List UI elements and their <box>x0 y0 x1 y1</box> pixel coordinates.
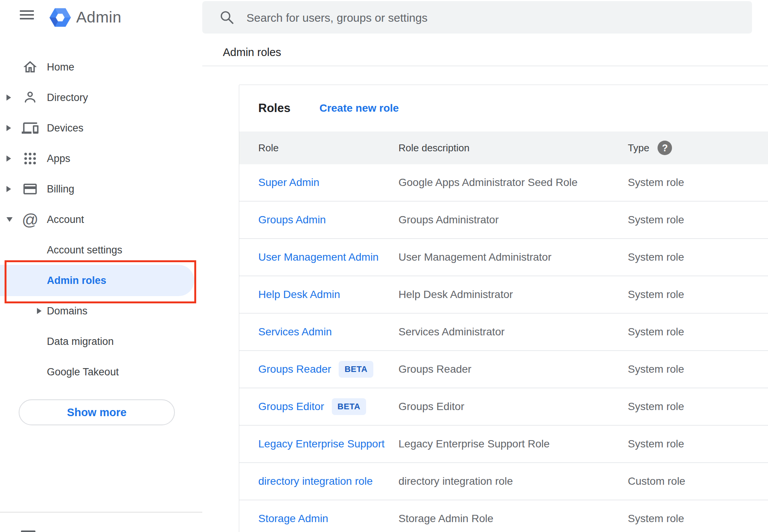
role-link[interactable]: Storage Admin <box>258 513 328 525</box>
search-bar <box>202 1 752 34</box>
role-type-cell: Custom role <box>628 463 685 500</box>
create-new-role-link[interactable]: Create new role <box>319 102 399 114</box>
sidebar-header: Admin <box>0 0 202 38</box>
role-type-cell: System role <box>628 500 684 532</box>
sidebar-item-devices[interactable]: Devices <box>0 113 202 143</box>
sidebar-item-home[interactable]: Home <box>0 52 202 82</box>
column-header-type: Type ? <box>628 131 672 164</box>
apps-icon <box>21 150 39 167</box>
sidebar-item-account-settings[interactable]: Account settings <box>0 235 202 265</box>
sidebar: Admin Home Directory Devices Apps Billin… <box>0 0 202 532</box>
help-question-icon[interactable]: ? <box>658 141 672 155</box>
table-row: Help Desk Admin Help Desk Administrator … <box>239 276 768 314</box>
table-body: Super Admin Google Apps Administrator Se… <box>239 164 768 532</box>
role-type-cell: System role <box>628 276 684 313</box>
role-type-cell: System role <box>628 164 684 201</box>
header-divider <box>202 66 768 66</box>
table-row: Storage Admin Storage Admin Role System … <box>239 500 768 532</box>
person-icon <box>21 89 39 106</box>
search-input[interactable] <box>246 1 735 34</box>
table-row: User Management Admin User Management Ad… <box>239 239 768 276</box>
sidebar-nav: Home Directory Devices Apps Billing @ Ac… <box>0 52 202 387</box>
at-icon: @ <box>21 211 39 228</box>
role-description-cell: Groups Reader <box>398 351 471 388</box>
beta-badge: BETA <box>332 398 366 415</box>
admin-logo-icon <box>49 7 72 28</box>
beta-badge: BETA <box>339 361 373 378</box>
role-type-cell: System role <box>628 202 684 238</box>
table-row: Groups Admin Groups Administrator System… <box>239 202 768 239</box>
role-link[interactable]: Services Admin <box>258 326 332 338</box>
roles-panel-header: Roles Create new role <box>239 85 768 131</box>
cut-off-bottom-icon <box>21 530 35 532</box>
role-link[interactable]: Groups Reader <box>258 363 331 375</box>
hamburger-menu-icon[interactable] <box>20 10 34 21</box>
sidebar-item-apps[interactable]: Apps <box>0 143 202 174</box>
roles-panel: Roles Create new role Role Role descript… <box>239 85 768 532</box>
table-row: Groups Reader BETA Groups Reader System … <box>239 351 768 388</box>
card-icon <box>21 180 39 198</box>
search-icon <box>219 10 235 27</box>
sidebar-item-google-takeout[interactable]: Google Takeout <box>0 357 202 387</box>
show-more-button[interactable]: Show more <box>19 399 175 425</box>
sidebar-item-account[interactable]: @ Account <box>0 204 202 235</box>
role-type-cell: System role <box>628 426 684 462</box>
chevron-down-icon[interactable] <box>6 217 13 222</box>
role-link[interactable]: Groups Admin <box>258 214 326 226</box>
chevron-right-icon[interactable] <box>37 308 42 314</box>
role-description-cell: Storage Admin Role <box>398 500 493 532</box>
table-header-row: Role Role description Type ? <box>239 131 768 164</box>
role-link[interactable]: Help Desk Admin <box>258 288 340 301</box>
role-description-cell: Legacy Enterprise Support Role <box>398 426 550 462</box>
role-description-cell: Services Administrator <box>398 314 505 350</box>
role-link[interactable]: Groups Editor <box>258 401 324 413</box>
role-description-cell: directory integration role <box>398 463 513 500</box>
role-link[interactable]: Super Admin <box>258 176 319 189</box>
table-row: Groups Editor BETA Groups Editor System … <box>239 388 768 426</box>
role-type-cell: System role <box>628 314 684 350</box>
role-type-cell: System role <box>628 239 684 276</box>
role-description-cell: Groups Administrator <box>398 202 499 238</box>
table-row: Super Admin Google Apps Administrator Se… <box>239 164 768 202</box>
role-link[interactable]: directory integration role <box>258 475 373 487</box>
role-description-cell: Groups Editor <box>398 388 464 425</box>
role-description-cell: Google Apps Administrator Seed Role <box>398 164 578 201</box>
column-header-role-description: Role description <box>398 131 469 164</box>
chevron-right-icon[interactable] <box>6 125 11 131</box>
role-description-cell: Help Desk Administrator <box>398 276 513 313</box>
role-link[interactable]: Legacy Enterprise Support <box>258 438 385 450</box>
sidebar-item-domains[interactable]: Domains <box>0 296 202 326</box>
sidebar-item-billing[interactable]: Billing <box>0 174 202 204</box>
table-row: Services Admin Services Administrator Sy… <box>239 314 768 351</box>
column-header-role: Role <box>258 131 278 164</box>
role-link[interactable]: User Management Admin <box>258 251 379 263</box>
home-icon <box>21 58 39 76</box>
role-description-cell: User Management Administrator <box>398 239 552 276</box>
sidebar-item-admin-roles[interactable]: Admin roles <box>0 265 202 296</box>
panel-title: Roles <box>258 101 290 115</box>
sidebar-divider <box>0 512 202 513</box>
chevron-right-icon[interactable] <box>6 155 11 162</box>
sidebar-item-directory[interactable]: Directory <box>0 82 202 113</box>
chevron-right-icon[interactable] <box>6 186 11 192</box>
table-row: directory integration role directory int… <box>239 463 768 500</box>
breadcrumb: Admin roles <box>223 46 281 59</box>
role-type-cell: System role <box>628 351 684 388</box>
chevron-right-icon[interactable] <box>6 95 11 101</box>
devices-icon <box>21 119 39 137</box>
table-row: Legacy Enterprise Support Legacy Enterpr… <box>239 426 768 463</box>
role-type-cell: System role <box>628 388 684 425</box>
app-title: Admin <box>76 8 122 26</box>
sidebar-item-data-migration[interactable]: Data migration <box>0 326 202 357</box>
